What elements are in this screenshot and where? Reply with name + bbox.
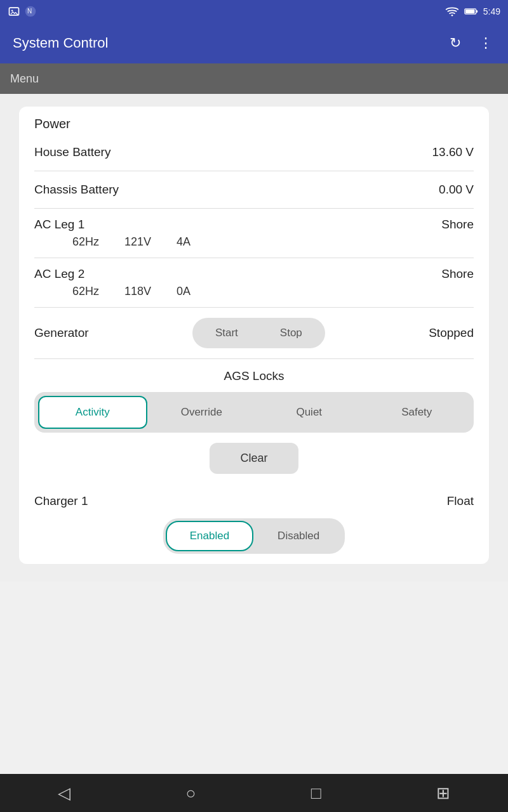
generator-stop-button[interactable]: Stop [260, 320, 323, 346]
charger1-label: Charger 1 [34, 494, 88, 508]
wifi-icon [445, 6, 459, 16]
svg-rect-7 [465, 10, 474, 13]
ac-leg1-header: AC Leg 1 Shore [34, 218, 474, 232]
ac-leg1-status: Shore [441, 218, 474, 232]
ac-leg2-label: AC Leg 2 [34, 267, 84, 281]
ags-activity-button[interactable]: Activity [38, 396, 147, 429]
house-battery-value: 13.60 V [432, 145, 474, 159]
photo-icon [8, 5, 20, 18]
status-bar: N 5:49 [0, 0, 508, 23]
ac-leg2-row: AC Leg 2 Shore 62Hz 118V 0A [34, 258, 474, 308]
generator-toggle-group: Start Stop [192, 318, 325, 348]
ac-leg2-header: AC Leg 2 Shore [34, 267, 474, 281]
ac-leg2-v: 118V [124, 285, 151, 298]
ac-leg1-hz: 62Hz [72, 235, 99, 249]
refresh-button[interactable]: ↻ [447, 34, 464, 53]
charger1-enabled-button[interactable]: Enabled [166, 521, 253, 551]
content-area: Power House Battery 13.60 V Chassis Batt… [0, 94, 508, 582]
chassis-battery-value: 0.00 V [439, 183, 474, 197]
recents-button[interactable]: □ [298, 778, 334, 808]
svg-text:N: N [27, 8, 32, 15]
ags-override-button[interactable]: Override [149, 396, 255, 429]
status-bar-left: N [8, 5, 37, 18]
ags-locks-group: Activity Override Quiet Safety [34, 392, 474, 433]
ac-leg1-row: AC Leg 1 Shore 62Hz 121V 4A [34, 209, 474, 258]
power-section: Power House Battery 13.60 V Chassis Batt… [19, 107, 489, 564]
ac-leg2-sub-values: 62Hz 118V 0A [34, 285, 474, 298]
ac-leg1-sub-values: 62Hz 121V 4A [34, 235, 474, 249]
ac-leg2-hz: 62Hz [72, 285, 99, 298]
clear-button[interactable]: Clear [210, 443, 298, 474]
chassis-battery-label: Chassis Battery [34, 183, 119, 197]
menu-label: Menu [10, 72, 39, 86]
charger1-status: Float [447, 494, 474, 508]
more-button[interactable]: ⋮ [476, 34, 495, 53]
chassis-battery-row: Chassis Battery 0.00 V [34, 171, 474, 209]
generator-row: Generator Start Stop Stopped [34, 308, 474, 359]
back-button[interactable]: ◁ [45, 778, 83, 808]
ac-leg2-a: 0A [177, 285, 190, 298]
svg-point-4 [451, 15, 453, 16]
ags-locks-section: AGS Locks Activity Override Quiet Safety… [34, 359, 474, 484]
menu-bar[interactable]: Menu [0, 63, 508, 94]
home-button[interactable]: ○ [173, 778, 208, 808]
bottom-nav: ◁ ○ □ ⊞ [0, 774, 508, 812]
ac-leg1-label: AC Leg 1 [34, 218, 84, 232]
generator-start-button[interactable]: Start [195, 320, 258, 346]
app-bar-actions: ↻ ⋮ [447, 34, 495, 53]
generator-status: Stopped [429, 326, 474, 340]
charger1-section: Charger 1 Float Enabled Disabled [34, 484, 474, 554]
charger1-disabled-button[interactable]: Disabled [255, 521, 342, 551]
charger1-toggle-group: Enabled Disabled [163, 518, 345, 554]
ac-leg2-status: Shore [441, 267, 474, 281]
clear-button-row: Clear [34, 443, 474, 474]
generator-label: Generator [34, 326, 89, 340]
house-battery-label: House Battery [34, 145, 110, 159]
notification-icon: N [24, 5, 37, 18]
charger1-header: Charger 1 Float [34, 494, 474, 508]
battery-icon [464, 7, 478, 16]
power-title: Power [34, 117, 474, 131]
app-bar: System Control ↻ ⋮ [0, 23, 508, 63]
ac-leg1-a: 4A [177, 235, 190, 249]
status-time: 5:49 [483, 6, 500, 16]
svg-point-1 [11, 10, 13, 12]
ags-title: AGS Locks [34, 369, 474, 383]
ac-leg1-v: 121V [124, 235, 151, 249]
ags-quiet-button[interactable]: Quiet [256, 396, 363, 429]
house-battery-row: House Battery 13.60 V [34, 134, 474, 171]
status-bar-right: 5:49 [445, 6, 500, 16]
grid-button[interactable]: ⊞ [424, 778, 463, 808]
svg-rect-6 [476, 10, 478, 12]
app-title: System Control [13, 35, 108, 51]
ags-safety-button[interactable]: Safety [364, 396, 471, 429]
